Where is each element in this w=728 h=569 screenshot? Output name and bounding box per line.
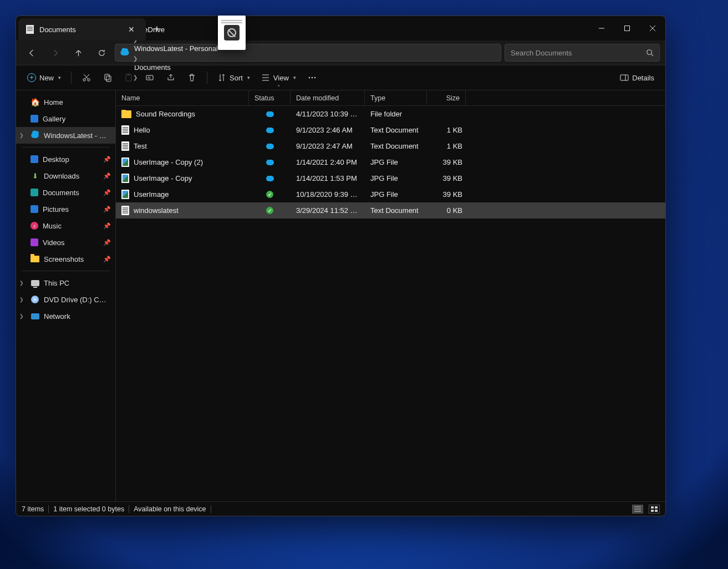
close-button[interactable] bbox=[640, 16, 665, 40]
document-icon bbox=[26, 25, 34, 34]
nav-item-windowslatest-personal[interactable]: ❯WindowsLatest - Personal bbox=[16, 127, 115, 144]
new-button[interactable]: + New▾ bbox=[23, 70, 65, 85]
tab-close-button[interactable]: ✕ bbox=[125, 23, 138, 36]
file-row[interactable]: Test9/1/2023 2:47 AMText Document1 KB bbox=[116, 138, 665, 154]
col-date[interactable]: Date modified bbox=[291, 90, 365, 105]
chevron-right-icon[interactable]: ❯ bbox=[19, 133, 24, 138]
thumbnails-view-button[interactable] bbox=[649, 505, 660, 514]
svg-rect-1 bbox=[625, 26, 630, 31]
nav-item-label: Documents bbox=[43, 189, 79, 197]
column-headers[interactable]: Name Status Date modified Type Size bbox=[116, 90, 665, 106]
music-icon: ♪ bbox=[30, 222, 38, 230]
status-selection: 1 item selected 0 bytes bbox=[53, 505, 124, 513]
share-button[interactable] bbox=[161, 70, 180, 85]
file-type: File folder bbox=[365, 110, 427, 118]
file-date: 10/18/2020 9:39 PM bbox=[291, 190, 365, 199]
svg-rect-19 bbox=[651, 506, 654, 509]
gallery-icon bbox=[30, 115, 38, 123]
titlebar[interactable]: Documents ✕ ＋ bbox=[16, 16, 665, 40]
pin-icon: 📌 bbox=[103, 239, 111, 246]
nav-item-this-pc[interactable]: ❯This PC bbox=[16, 275, 115, 291]
pin-icon: 📌 bbox=[103, 189, 111, 196]
file-row[interactable]: Sound Recordings4/11/2023 10:39 PMFile f… bbox=[116, 106, 665, 122]
details-pane-button[interactable]: Details bbox=[615, 70, 659, 85]
pc-icon bbox=[30, 278, 39, 287]
chevron-right-icon[interactable]: ❯ bbox=[132, 55, 139, 62]
chevron-right-icon[interactable]: ❯ bbox=[19, 280, 24, 286]
file-date: 1/14/2021 1:53 PM bbox=[291, 174, 365, 182]
nav-item-label: Downloads bbox=[44, 172, 79, 180]
nav-item-network[interactable]: ❯Network bbox=[16, 308, 115, 324]
nav-item-screenshots[interactable]: Screenshots📌 bbox=[16, 251, 115, 267]
svg-text:A|: A| bbox=[147, 76, 151, 79]
svg-rect-22 bbox=[655, 510, 658, 512]
nav-item-label: Music bbox=[43, 222, 62, 230]
cut-button[interactable] bbox=[77, 70, 96, 85]
text-file-icon bbox=[121, 125, 129, 135]
pin-icon: 📌 bbox=[103, 206, 111, 213]
copy-button[interactable] bbox=[98, 70, 117, 85]
paste-button[interactable] bbox=[119, 70, 138, 85]
image-file-icon bbox=[121, 190, 129, 199]
nav-item-music[interactable]: ♪Music📌 bbox=[16, 217, 115, 234]
nav-item-downloads[interactable]: ⬇Downloads📌 bbox=[16, 167, 115, 184]
col-size[interactable]: Size bbox=[427, 90, 466, 105]
file-row[interactable]: UserImage - Copy1/14/2021 1:53 PMJPG Fil… bbox=[116, 170, 665, 186]
nav-item-pictures[interactable]: Pictures📌 bbox=[16, 201, 115, 217]
cloud-status-icon bbox=[266, 176, 274, 181]
search-box[interactable] bbox=[505, 44, 660, 62]
details-view-button[interactable] bbox=[632, 505, 643, 514]
file-row[interactable]: Hello9/1/2023 2:46 AMText Document1 KB bbox=[116, 122, 665, 138]
col-type[interactable]: Type bbox=[365, 90, 427, 105]
folder-icon bbox=[30, 255, 39, 263]
nav-item-label: Gallery bbox=[43, 115, 65, 123]
search-input[interactable] bbox=[511, 49, 642, 57]
svg-point-15 bbox=[312, 77, 313, 78]
chevron-right-icon[interactable]: ❯ bbox=[19, 297, 24, 302]
col-name[interactable]: Name bbox=[116, 90, 249, 105]
svg-rect-8 bbox=[105, 74, 109, 80]
tab-documents[interactable]: Documents ✕ bbox=[18, 18, 146, 40]
file-type: Text Document bbox=[365, 142, 427, 150]
nav-item-videos[interactable]: Videos📌 bbox=[16, 234, 115, 251]
nav-item-label: Videos bbox=[43, 238, 65, 247]
chevron-right-icon[interactable]: ❯ bbox=[19, 313, 24, 319]
file-size: 39 KB bbox=[427, 158, 466, 166]
navigation-pane[interactable]: 🏠HomeGallery❯WindowsLatest - PersonalDes… bbox=[16, 90, 116, 501]
nav-item-dvd-drive-d-cccoma-x64fre[interactable]: ❯DVD Drive (D:) CCCOMA_X64FRE bbox=[16, 291, 115, 308]
up-button[interactable] bbox=[68, 44, 88, 62]
maximize-button[interactable] bbox=[614, 16, 640, 40]
folder-icon bbox=[30, 155, 38, 163]
file-row[interactable]: windowslatest3/29/2024 11:52 PMText Docu… bbox=[116, 202, 665, 219]
sort-button[interactable]: Sort▾ bbox=[213, 70, 254, 85]
more-button[interactable] bbox=[303, 70, 322, 85]
delete-button[interactable] bbox=[182, 70, 201, 85]
view-button[interactable]: View▾ bbox=[257, 70, 301, 85]
tab-title: Documents bbox=[39, 26, 119, 34]
breadcrumb-bar[interactable]: OneDrive❯WindowsLatest - Personal❯Docume… bbox=[115, 44, 501, 62]
back-button[interactable] bbox=[22, 44, 42, 62]
refresh-button[interactable] bbox=[91, 44, 111, 62]
file-row[interactable]: UserImage - Copy (2)1/14/2021 2:40 PMJPG… bbox=[116, 154, 665, 170]
breadcrumb-windowslatest-personal[interactable]: WindowsLatest - Personal bbox=[132, 43, 220, 54]
nav-item-desktop[interactable]: Desktop📌 bbox=[16, 151, 115, 167]
folder-icon bbox=[30, 238, 38, 246]
file-name: UserImage bbox=[134, 190, 169, 199]
file-size: 39 KB bbox=[427, 174, 466, 182]
file-list[interactable]: Name Status Date modified Type Size Soun… bbox=[116, 90, 665, 501]
file-date: 3/29/2024 11:52 PM bbox=[291, 206, 365, 215]
nav-item-documents[interactable]: Documents📌 bbox=[16, 184, 115, 201]
file-explorer-window: Documents ✕ ＋ OneDrive❯WindowsLatest - P… bbox=[16, 16, 666, 516]
nav-item-gallery[interactable]: Gallery bbox=[16, 110, 115, 127]
file-row[interactable]: UserImage10/18/2020 9:39 PMJPG File39 KB bbox=[116, 186, 665, 202]
svg-line-5 bbox=[651, 54, 654, 57]
file-name: Test bbox=[134, 142, 147, 150]
rename-button[interactable]: A| bbox=[140, 70, 159, 85]
status-availability: Available on this device bbox=[134, 505, 206, 513]
nav-item-home[interactable]: 🏠Home bbox=[16, 94, 115, 110]
network-icon bbox=[30, 312, 39, 321]
file-name: UserImage - Copy (2) bbox=[134, 158, 203, 166]
col-status[interactable]: Status bbox=[249, 90, 291, 105]
minimize-button[interactable] bbox=[589, 16, 614, 40]
forward-button[interactable] bbox=[45, 44, 65, 62]
